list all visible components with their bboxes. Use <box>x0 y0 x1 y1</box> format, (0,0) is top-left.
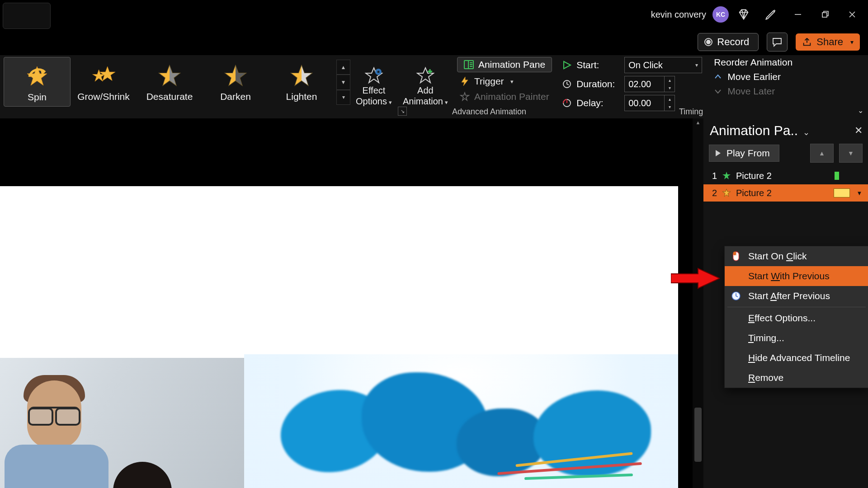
animation-item-index: 2 <box>711 188 717 198</box>
move-up-button[interactable]: ▲ <box>810 144 834 163</box>
comments-button[interactable] <box>767 33 788 52</box>
effect-options-label-1: Effect <box>363 85 386 95</box>
scroll-thumb[interactable] <box>694 408 702 462</box>
gallery-expand[interactable]: ▾ <box>337 90 350 105</box>
animation-gallery[interactable]: Spin Grow/Shrink Desaturate <box>0 57 350 108</box>
autosave-toggle[interactable] <box>3 3 51 29</box>
ribbon-animations: Spin Grow/Shrink Desaturate <box>0 55 868 118</box>
gallery-item-desaturate[interactable]: Desaturate <box>137 57 203 106</box>
duration-spinner[interactable]: ▴▾ <box>624 76 675 92</box>
account-avatar[interactable]: KC <box>712 6 729 23</box>
add-animation-button[interactable]: Add Animation▾ <box>397 57 453 108</box>
close-icon[interactable]: ✕ <box>854 125 863 136</box>
menu-effect-options[interactable]: Effect Options... <box>725 308 868 328</box>
animation-item-name: Picture 2 <box>736 188 772 198</box>
animation-item-index: 1 <box>711 171 717 181</box>
share-label: Share <box>816 36 843 48</box>
menu-label: Timing... <box>748 333 784 343</box>
spin-down[interactable]: ▾ <box>665 84 675 92</box>
vertical-scrollbar[interactable]: ▲ <box>693 118 703 488</box>
delay-spinner[interactable]: ▴▾ <box>624 95 675 111</box>
spin-up[interactable]: ▴ <box>665 95 675 103</box>
trigger-button[interactable]: Trigger▾ <box>457 75 552 88</box>
menu-label: Remove <box>748 372 783 383</box>
menu-start-on-click[interactable]: Start On Click <box>725 246 868 266</box>
menu-hide-advanced-timeline[interactable]: Hide Advanced Timeline <box>725 348 868 368</box>
duration-input[interactable] <box>625 79 661 90</box>
spin-up[interactable]: ▴ <box>665 76 675 84</box>
menu-label: Start On Click <box>748 251 807 262</box>
clock-delay-icon <box>562 98 572 108</box>
menu-label: Effect Options... <box>748 313 816 324</box>
title-bar: kevin convery KC <box>0 0 868 29</box>
slide-image-ink[interactable] <box>244 354 678 488</box>
start-value: On Click <box>628 60 663 70</box>
timeline-bar[interactable] <box>835 172 839 180</box>
item-menu-button[interactable]: ▼ <box>854 187 865 199</box>
menu-start-after-previous[interactable]: Start After Previous <box>725 286 868 306</box>
move-earlier-button[interactable]: Move Earlier <box>714 71 793 82</box>
svg-marker-23 <box>417 68 434 83</box>
svg-rect-39 <box>733 252 736 255</box>
effect-options-button[interactable]: Effect Options▾ <box>350 57 397 108</box>
gallery-scroll-down[interactable]: ▼ <box>337 75 350 89</box>
slide-image-people[interactable] <box>0 358 244 488</box>
gallery-label: Grow/Shrink <box>77 91 130 102</box>
share-button[interactable]: Share ▾ <box>796 33 860 51</box>
gallery-item-grow-shrink[interactable]: Grow/Shrink <box>71 57 137 106</box>
play-icon <box>715 150 721 157</box>
slide-canvas-area[interactable] <box>0 118 693 488</box>
animation-pane-label: Animation Pane <box>478 59 545 70</box>
move-down-button[interactable]: ▼ <box>839 144 863 163</box>
duration-row: Duration: ▴▾ <box>562 76 702 92</box>
svg-marker-34 <box>716 150 721 156</box>
reorder-group: Reorder Animation Move Earlier Move Late… <box>714 57 793 97</box>
delay-input[interactable] <box>625 98 661 109</box>
play-from-button[interactable]: Play From <box>709 145 779 162</box>
star-plus-icon <box>416 66 434 84</box>
scroll-up-icon[interactable]: ▲ <box>693 118 703 127</box>
animation-pane-button[interactable]: Animation Pane <box>457 57 552 72</box>
animation-item-2[interactable]: 2 Picture 2 ▼ <box>703 184 868 202</box>
timeline-bar[interactable] <box>834 188 850 197</box>
account-name[interactable]: kevin convery <box>651 9 706 20</box>
spin-down[interactable]: ▾ <box>665 103 675 111</box>
action-bar: Record Share ▾ <box>0 29 868 55</box>
group-label-advanced: Advanced Animation <box>452 107 526 117</box>
menu-start-with-previous[interactable]: Start With Previous <box>725 266 868 286</box>
animation-item-1[interactable]: 1 Picture 2 <box>703 167 868 184</box>
chevron-down-icon[interactable]: ⌄ <box>803 128 810 137</box>
start-row: Start: On Click ▾ <box>562 57 702 73</box>
svg-rect-0 <box>822 13 827 17</box>
window-close[interactable] <box>840 2 864 27</box>
pencil-sparkle-icon[interactable] <box>759 2 783 27</box>
slide[interactable] <box>0 186 678 488</box>
group-label-timing: Timing <box>679 107 703 117</box>
diamond-icon[interactable] <box>731 2 756 27</box>
timing-group: Start: On Click ▾ Duration: ▴▾ Delay: ▴▾ <box>562 57 702 111</box>
menu-timing[interactable]: Timing... <box>725 328 868 348</box>
advanced-animation-group: Animation Pane Trigger▾ Animation Painte… <box>457 57 552 103</box>
gallery-label: Lighten <box>286 91 317 102</box>
record-button[interactable]: Record <box>698 33 759 51</box>
mouse-icon <box>730 250 742 262</box>
svg-marker-31 <box>564 61 571 69</box>
ribbon-collapse[interactable]: ⌄ <box>858 106 863 115</box>
delay-label: Delay: <box>576 98 620 108</box>
gallery-label: Desaturate <box>146 91 193 102</box>
record-icon <box>704 38 712 46</box>
gallery-scroll-up[interactable]: ▲ <box>337 60 350 75</box>
gallery-item-darken[interactable]: Darken <box>203 57 269 106</box>
gallery-item-spin[interactable]: Spin <box>4 57 71 107</box>
menu-remove[interactable]: Remove <box>725 368 868 388</box>
menu-label: Hide Advanced Timeline <box>748 352 850 363</box>
window-minimize[interactable] <box>786 2 810 27</box>
svg-marker-36 <box>722 189 731 197</box>
clock-icon <box>562 79 572 89</box>
animation-dialog-launcher[interactable]: ↘ <box>398 107 407 116</box>
start-combo[interactable]: On Click ▾ <box>624 57 702 73</box>
gallery-item-lighten[interactable]: Lighten <box>269 57 335 106</box>
menu-label: Start After Previous <box>748 291 830 301</box>
add-animation-label-1: Add <box>417 85 434 95</box>
window-restore[interactable] <box>813 2 837 27</box>
